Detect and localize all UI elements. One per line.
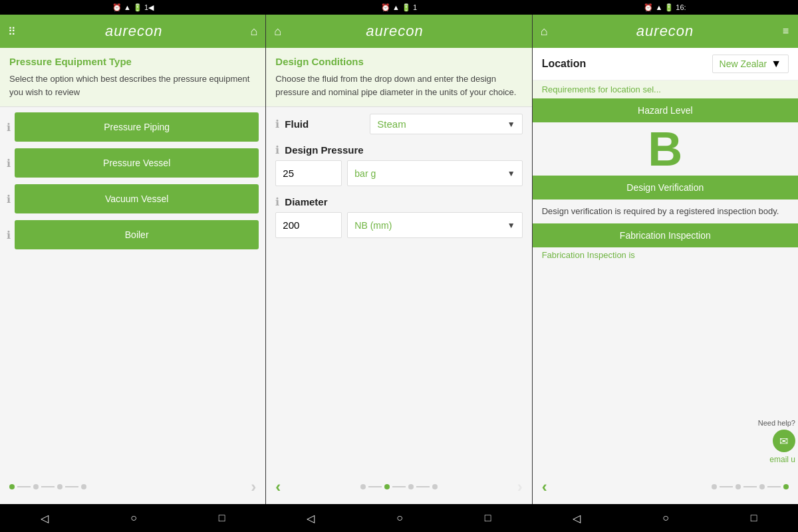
design-pressure-input-row: bar g ▼ [275,160,522,186]
nav-dot-line-2 [41,486,55,487]
pressure-unit-value: bar g [354,168,376,179]
email-button[interactable]: ✉ [773,430,795,452]
menu-dots-icon[interactable]: ⠿ [8,25,17,38]
recents-button-3[interactable]: □ [751,512,757,524]
fluid-selected-value: Steam [377,118,406,130]
fabrication-text: Fabrication Inspection is [533,247,798,263]
fluid-label: Fluid [285,118,364,130]
android-nav-section-1: ◁ ○ □ [0,512,266,525]
nav-dot-p2-active [384,484,390,489]
status-battery-3: 🔋 16: [664,3,686,12]
status-section-1: ⏰ ▲ 🔋 1◀ [0,3,266,12]
back-button-2[interactable]: ◁ [307,512,315,525]
design-pressure-label: Design Pressure [285,144,364,156]
recents-button-2[interactable]: □ [485,512,491,524]
vacuum-vessel-button[interactable]: Vacuum Vessel [15,184,259,213]
location-label: Location [542,58,587,70]
home-button-2[interactable]: ○ [396,512,403,524]
panel-3-back-arrow[interactable]: ‹ [542,477,547,496]
boiler-button[interactable]: Boiler [15,220,259,249]
status-signal-2: ▲ [392,3,400,11]
design-conditions-title: Design Conditions [275,56,522,67]
home-icon-2[interactable]: ⌂ [274,25,281,39]
panel-2-header: ⌂ aurecon [266,15,531,48]
fluid-row: ℹ Fluid Steam ▼ [275,114,522,134]
design-pressure-group: ℹ Design Pressure bar g ▼ [275,144,522,186]
aurecon-logo-1: aurecon [105,23,163,40]
panel-1-title: Pressure Equipment Type [9,56,256,67]
status-time-3: ⏰ [644,3,653,12]
fabrication-inspection-header: Fabrication Inspection [533,223,798,247]
location-selected-value: New Zealar [720,59,767,69]
home-icon-3[interactable]: ⌂ [541,25,548,39]
back-button-1[interactable]: ◁ [41,512,49,525]
help-section: Need help? ✉ email u [758,419,795,464]
pressure-piping-row: ℹ Pressure Piping [7,112,259,142]
back-button-3[interactable]: ◁ [573,512,581,525]
home-button-1[interactable]: ○ [130,512,137,524]
help-text: Need help? [758,419,795,427]
fluid-info-icon[interactable]: ℹ [275,118,279,130]
status-signal-1: ▲ [124,3,131,11]
diameter-label: Diameter [285,196,364,207]
panel-3-dots [712,484,789,489]
info-icon-2[interactable]: ℹ [7,157,11,170]
panel-1-nav: › [0,469,265,504]
android-nav-section-2: ◁ ○ □ [266,512,532,525]
diameter-info-icon[interactable]: ℹ [275,196,279,208]
pressure-info-icon[interactable]: ℹ [275,144,279,156]
nav-dot-p2-4 [432,484,438,489]
location-row: Location New Zealar ▼ [533,48,798,80]
pressure-piping-button[interactable]: Pressure Piping [15,112,259,142]
home-button-3[interactable]: ○ [662,512,669,524]
design-conditions-form: ℹ Fluid Steam ▼ ℹ Design Pressure [266,107,531,469]
hazard-level-value: B [533,122,798,176]
recents-button-1[interactable]: □ [219,512,225,524]
results-section: Location New Zealar ▼ Requirements for l… [533,48,798,469]
status-battery-1: 🔋 1◀ [133,3,154,12]
nav-dot-p2-line-2 [392,486,406,487]
diameter-input[interactable] [275,212,342,238]
boiler-row: ℹ Boiler [7,220,259,249]
design-pressure-input[interactable] [275,160,342,186]
nav-dot-p3-line-1 [720,486,733,487]
panel-2-back-arrow[interactable]: ‹ [275,477,281,496]
location-dropdown-arrow-icon: ▼ [771,58,781,70]
info-icon-3[interactable]: ℹ [7,193,11,205]
info-icon-1[interactable]: ℹ [7,121,11,134]
status-time-2: ⏰ [381,3,390,12]
nav-dot-p2-1 [360,484,366,489]
hazard-level-header: Hazard Level [533,98,798,122]
panel-3-nav: ‹ [533,469,798,504]
nav-dot-p3-2 [735,484,741,489]
info-icon-4[interactable]: ℹ [7,229,11,241]
diameter-group: ℹ Diameter NB (mm) ▼ [275,196,522,238]
status-time-1: ⏰ [112,3,122,12]
pressure-vessel-row: ℹ Pressure Vessel [7,148,259,178]
pressure-vessel-button[interactable]: Pressure Vessel [15,148,259,178]
design-pressure-label-row: ℹ Design Pressure [275,144,522,156]
status-section-3: ⏰ ▲ 🔋 16: [532,3,798,12]
panel-1-next-arrow[interactable]: › [251,477,256,496]
menu-icon-3[interactable]: ≡ [783,25,790,37]
status-bar: ⏰ ▲ 🔋 1◀ ⏰ ▲ 🔋 1 ⏰ ▲ 🔋 16: [0,0,798,15]
location-dropdown[interactable]: New Zealar ▼ [712,55,789,73]
nav-dot-p2-3 [408,484,414,489]
design-verification-text: Design verification is required by a reg… [533,200,798,223]
diameter-label-row: ℹ Diameter [275,196,522,208]
nav-dot-p3-3 [759,484,765,489]
diameter-input-row: NB (mm) ▼ [275,212,522,238]
panel-3: ⌂ aurecon ≡ Location New Zealar ▼ Requir… [533,15,798,504]
panel-3-header: ⌂ aurecon ≡ [533,15,798,48]
pressure-unit-dropdown[interactable]: bar g ▼ [347,160,522,186]
panel-1-header: ⠿ aurecon ⌂ [0,15,265,48]
home-icon-1[interactable]: ⌂ [250,25,257,39]
nav-dot-p2-line-1 [368,486,382,487]
panel-2-next-arrow[interactable]: › [517,477,523,496]
pressure-unit-arrow-icon: ▼ [507,169,515,178]
panel-1-description: Select the option which best describes t… [9,72,256,98]
fluid-dropdown[interactable]: Steam ▼ [370,114,522,134]
nav-dot-line-1 [17,486,31,487]
diameter-unit-dropdown[interactable]: NB (mm) ▼ [347,212,522,238]
diameter-unit-value: NB (mm) [354,220,392,231]
